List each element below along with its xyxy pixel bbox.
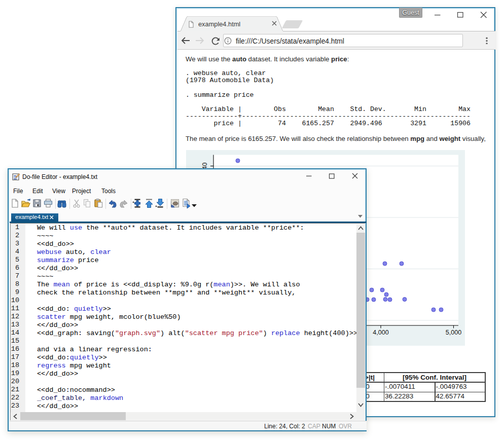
svg-text:4,000: 4,000: [373, 329, 388, 336]
svg-text:5,000: 5,000: [446, 329, 461, 336]
